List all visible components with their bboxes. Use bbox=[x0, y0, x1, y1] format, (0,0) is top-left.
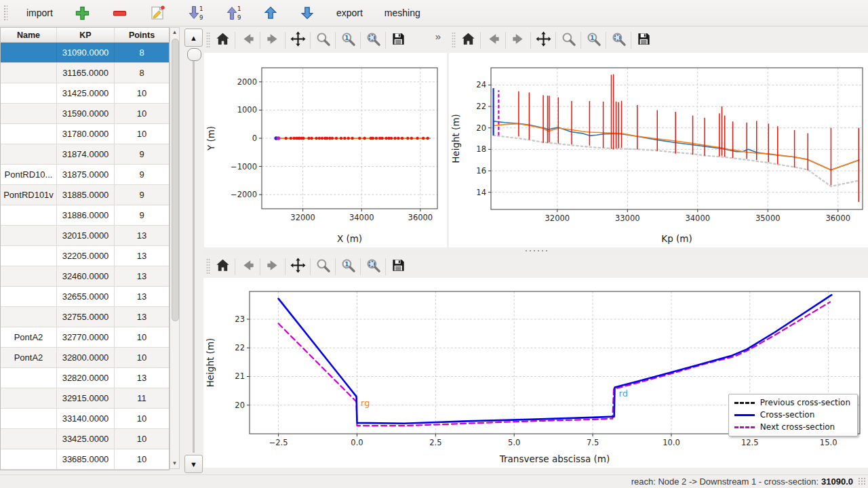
cell-points[interactable]: 13 bbox=[115, 287, 169, 306]
cell-name[interactable] bbox=[1, 43, 57, 62]
cell-points[interactable]: 10 bbox=[115, 429, 169, 449]
horizontal-splitter[interactable] bbox=[203, 247, 868, 254]
slider-handle[interactable] bbox=[187, 48, 201, 61]
cell-name[interactable] bbox=[1, 83, 57, 103]
cell-points[interactable]: 8 bbox=[115, 63, 169, 83]
export-button[interactable]: export bbox=[332, 5, 367, 20]
toolbar-drag-handle[interactable] bbox=[3, 4, 7, 22]
mpl-zoom-selection-button[interactable] bbox=[363, 30, 383, 50]
cell-kp[interactable]: 31425.0000 bbox=[57, 83, 115, 103]
cell-kp[interactable]: 31885.0000 bbox=[57, 185, 115, 205]
mpl-save-button[interactable] bbox=[388, 256, 408, 277]
sort-ascending-button[interactable]: 19 bbox=[221, 2, 245, 24]
table-row[interactable]: PontA232770.000010 bbox=[1, 327, 169, 348]
toolbar-drag-handle[interactable] bbox=[206, 258, 210, 274]
table-row[interactable]: 33425.000010 bbox=[1, 429, 169, 449]
mpl-forward-button[interactable] bbox=[508, 30, 528, 50]
cell-name[interactable] bbox=[1, 409, 57, 428]
cell-name[interactable] bbox=[1, 307, 57, 327]
mpl-pan-button[interactable] bbox=[288, 256, 308, 277]
table-row[interactable]: PontRD101v31885.00009 bbox=[1, 185, 169, 205]
cell-kp[interactable]: 31590.0000 bbox=[57, 104, 115, 123]
cell-points[interactable]: 13 bbox=[115, 266, 169, 286]
cell-kp[interactable]: 33140.0000 bbox=[57, 409, 115, 428]
cell-name[interactable] bbox=[1, 449, 57, 469]
table-row[interactable]: 31590.000010 bbox=[1, 104, 169, 124]
table-row[interactable]: 32460.000013 bbox=[1, 266, 169, 287]
table-row[interactable]: 32015.000013 bbox=[1, 226, 169, 246]
meshing-button[interactable]: meshing bbox=[380, 5, 425, 20]
cell-kp[interactable]: 32770.0000 bbox=[57, 327, 115, 347]
mpl-forward-button[interactable] bbox=[262, 30, 283, 50]
toolbar-drag-handle[interactable] bbox=[452, 32, 456, 48]
cell-kp[interactable]: 32655.0000 bbox=[57, 287, 115, 306]
mpl-home-button[interactable] bbox=[458, 30, 478, 50]
cell-kp[interactable]: 32800.0000 bbox=[57, 348, 115, 367]
cell-points[interactable]: 9 bbox=[115, 144, 169, 164]
mpl-save-button[interactable] bbox=[633, 30, 654, 50]
mpl-back-button[interactable] bbox=[483, 30, 503, 50]
mpl-forward-button[interactable] bbox=[262, 256, 283, 277]
mpl-back-button[interactable] bbox=[237, 30, 258, 50]
header-kp[interactable]: KP bbox=[57, 28, 115, 42]
cell-kp[interactable]: 31874.0000 bbox=[57, 144, 115, 164]
cell-points[interactable]: 8 bbox=[115, 43, 169, 62]
cell-name[interactable] bbox=[1, 144, 57, 164]
mpl-zoom-button[interactable] bbox=[313, 30, 333, 50]
table-scrollbar[interactable]: ▲ ▼ bbox=[170, 27, 180, 469]
table-row[interactable]: 31874.00009 bbox=[1, 144, 169, 165]
mpl-zoom-original-button[interactable]: 1 bbox=[338, 30, 358, 50]
cell-name[interactable] bbox=[1, 226, 57, 245]
cell-points[interactable]: 10 bbox=[115, 104, 169, 123]
cell-name[interactable] bbox=[1, 246, 57, 266]
cell-name[interactable]: PontA2 bbox=[1, 327, 57, 347]
table-row[interactable]: 31425.000010 bbox=[1, 83, 169, 104]
cell-name[interactable] bbox=[1, 104, 57, 123]
cell-points[interactable]: 10 bbox=[115, 327, 169, 347]
cell-points[interactable]: 9 bbox=[115, 205, 169, 225]
cell-points[interactable]: 13 bbox=[115, 246, 169, 266]
cell-points[interactable]: 13 bbox=[115, 226, 169, 245]
mpl-zoom-selection-button[interactable] bbox=[363, 256, 383, 277]
cell-kp[interactable]: 31090.0000 bbox=[57, 43, 115, 62]
mpl-zoom-button[interactable] bbox=[313, 256, 333, 277]
toolbar-overflow-button[interactable]: » bbox=[435, 30, 441, 42]
cell-kp[interactable]: 32205.0000 bbox=[57, 246, 115, 266]
table-row[interactable]: 32655.000013 bbox=[1, 287, 169, 307]
mpl-pan-button[interactable] bbox=[288, 30, 308, 50]
edit-cross-section-button[interactable] bbox=[145, 2, 170, 24]
slider-up-button[interactable]: ▲ bbox=[184, 28, 203, 47]
table-row[interactable]: 33685.000010 bbox=[1, 449, 169, 470]
move-up-button[interactable] bbox=[259, 3, 282, 23]
cell-name[interactable] bbox=[1, 368, 57, 388]
table-row[interactable]: 32820.000013 bbox=[1, 368, 169, 388]
table-row[interactable]: 31165.00008 bbox=[1, 63, 169, 83]
resize-grip[interactable] bbox=[858, 477, 867, 486]
long-profile-plot[interactable]: 3200033000340003500036000141618202224Kp … bbox=[449, 53, 868, 250]
table-row[interactable]: 32915.000011 bbox=[1, 388, 169, 409]
cell-name[interactable]: PontRD10... bbox=[1, 165, 57, 184]
import-button[interactable]: import bbox=[22, 5, 57, 20]
mpl-zoom-original-button[interactable]: 1 bbox=[583, 30, 604, 50]
cell-points[interactable]: 10 bbox=[115, 409, 169, 428]
slider-down-button[interactable]: ▼ bbox=[184, 455, 203, 473]
toolbar-drag-handle[interactable] bbox=[206, 32, 210, 48]
table-row[interactable]: 31780.000010 bbox=[1, 124, 169, 144]
mpl-home-button[interactable] bbox=[212, 256, 233, 277]
cell-points[interactable]: 10 bbox=[115, 449, 169, 469]
cell-points[interactable]: 10 bbox=[115, 124, 169, 144]
mpl-zoom-button[interactable] bbox=[558, 30, 578, 50]
table-row[interactable]: 32205.000013 bbox=[1, 246, 169, 266]
mpl-save-button[interactable] bbox=[388, 30, 408, 50]
cell-kp[interactable]: 33425.0000 bbox=[57, 429, 115, 449]
mpl-zoom-original-button[interactable]: 1 bbox=[338, 256, 358, 277]
table-row[interactable]: 31886.00009 bbox=[1, 205, 169, 226]
cell-points[interactable]: 13 bbox=[115, 368, 169, 388]
add-cross-section-button[interactable] bbox=[71, 3, 94, 24]
cell-name[interactable] bbox=[1, 124, 57, 144]
cell-kp[interactable]: 31780.0000 bbox=[57, 124, 115, 144]
cell-name[interactable] bbox=[1, 205, 57, 225]
cell-name[interactable] bbox=[1, 388, 57, 408]
cross-section-plot[interactable]: −2.50.02.55.07.510.012.515.020212223rgrd… bbox=[203, 278, 868, 470]
cell-kp[interactable]: 33685.0000 bbox=[57, 449, 115, 469]
